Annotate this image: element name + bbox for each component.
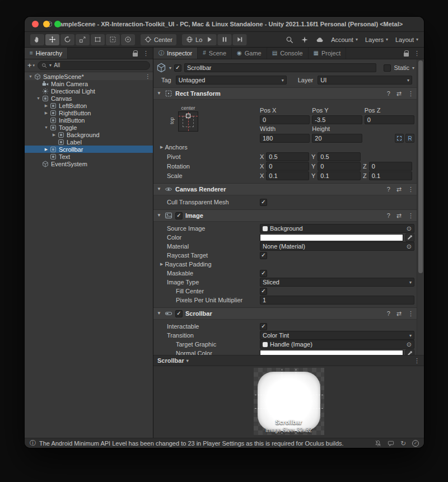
hierarchy-item-eventsystem[interactable]: EventSystem <box>25 160 153 167</box>
layout-dropdown[interactable]: Layout▾ <box>395 36 418 43</box>
layers-dropdown[interactable]: Layers▾ <box>365 36 388 43</box>
raw-edit-mode-button[interactable]: R <box>405 134 414 143</box>
tab-game[interactable]: ◉Game <box>232 48 267 59</box>
blueprint-mode-button[interactable] <box>395 134 404 143</box>
foldout-icon[interactable]: ▼ <box>156 187 162 191</box>
lock-icon[interactable] <box>133 53 138 57</box>
account-dropdown[interactable]: Account▾ <box>331 36 358 43</box>
gameobject-name-input[interactable]: Scrollbar <box>184 63 376 72</box>
expand-arrow-icon[interactable]: ▶ <box>43 147 50 151</box>
pivot-x-input[interactable]: 0.5 <box>266 152 309 161</box>
inspector-menu-icon[interactable]: ⋮ <box>414 50 420 57</box>
pivot-mode-button[interactable]: Center <box>141 34 176 45</box>
hierarchy-item-initbutton[interactable]: InitButton <box>25 116 153 124</box>
expand-arrow-icon[interactable]: ▶ <box>43 104 50 107</box>
pos-x-input[interactable]: 0 <box>260 115 310 124</box>
rect-tool-button[interactable] <box>91 34 105 45</box>
transition-dropdown[interactable]: Color Tint▾ <box>260 331 414 340</box>
hierarchy-item-directional-light[interactable]: Directional Light <box>25 87 153 95</box>
component-menu-icon[interactable]: ⋮ <box>408 90 414 97</box>
help-icon[interactable]: ? <box>387 212 390 219</box>
rotate-tool-button[interactable] <box>60 34 74 45</box>
minimize-window-button[interactable] <box>43 21 50 27</box>
expand-arrow-icon[interactable]: ▼ <box>27 74 34 78</box>
create-object-button[interactable]: +▾ <box>27 61 35 69</box>
scrollbar-header[interactable]: ▼ ✓ Scrollbar ? ⇄ ⋮ <box>153 308 417 320</box>
foldout-icon[interactable]: ▼ <box>156 311 162 316</box>
zoom-window-button[interactable] <box>54 21 61 27</box>
preview-menu-icon[interactable]: ⋮ <box>414 358 420 364</box>
component-menu-icon[interactable]: ⋮ <box>408 212 414 219</box>
scene-menu-icon[interactable]: ⋮ <box>145 73 151 79</box>
expand-arrow-icon[interactable]: ▶ <box>50 133 58 137</box>
lock-icon[interactable] <box>404 53 409 57</box>
pivot-y-input[interactable]: 0.5 <box>318 152 361 161</box>
eyedropper-button[interactable] <box>405 233 414 242</box>
tab-console[interactable]: ▤Console <box>267 48 309 59</box>
expand-arrow-icon[interactable]: ▶ <box>43 111 50 115</box>
source-image-field[interactable]: Background⊙ <box>260 224 414 233</box>
hierarchy-item-leftbutton[interactable]: ▶ LeftButton <box>25 102 153 109</box>
notifications-muted-icon[interactable] <box>375 440 381 447</box>
hierarchy-item-label[interactable]: Label <box>25 138 153 146</box>
canvas-renderer-header[interactable]: ▼ Canvas Renderer ? ⇄ ⋮ <box>153 184 417 195</box>
help-icon[interactable]: ? <box>387 186 390 193</box>
static-dropdown-icon[interactable]: ▾ <box>412 65 414 71</box>
hierarchy-search-input[interactable]: ▾ All <box>38 61 150 70</box>
scale-x-input[interactable]: 0.1 <box>266 171 309 180</box>
gameobject-cube-icon[interactable] <box>156 63 166 73</box>
help-icon[interactable]: ? <box>387 90 390 97</box>
scale-z-input[interactable]: 0.1 <box>369 171 412 180</box>
search-button[interactable] <box>286 36 293 44</box>
play-button[interactable] <box>202 34 216 45</box>
hierarchy-item-scene[interactable]: ▼ SampleScene* ⋮ <box>25 73 153 80</box>
preview-selector[interactable]: Scrollbar▾ <box>157 357 189 364</box>
cloud-services-button[interactable] <box>316 36 324 44</box>
rotation-x-input[interactable]: 0 <box>266 162 309 171</box>
scrollbar-enabled-checkbox[interactable]: ✓ <box>175 310 183 317</box>
tag-dropdown[interactable]: Untagged▾ <box>176 76 287 85</box>
console-message-icon[interactable] <box>388 440 394 447</box>
status-bar[interactable]: ⓘ The Android Minimum API Level has been… <box>25 438 424 448</box>
move-tool-button[interactable] <box>45 34 59 45</box>
tab-scene[interactable]: #Scene <box>198 48 232 59</box>
hierarchy-item-toggle[interactable]: ▼ Toggle <box>25 124 153 131</box>
status-ok-icon[interactable]: ✓ <box>412 440 419 447</box>
image-header[interactable]: ▼ ✓ Image ? ⇄ ⋮ <box>153 210 417 222</box>
scale-tool-button[interactable] <box>76 34 90 45</box>
refresh-icon[interactable]: ↻ <box>400 440 406 447</box>
step-button[interactable] <box>232 34 246 45</box>
tab-hierarchy[interactable]: ≡ Hierarchy <box>25 48 68 59</box>
interactable-checkbox[interactable]: ✓ <box>260 323 267 330</box>
progress-button[interactable] <box>301 36 309 44</box>
anchor-presets-button[interactable]: center top <box>167 105 202 132</box>
material-field[interactable]: None (Material)⊙ <box>260 242 414 251</box>
anchors-foldout[interactable]: ▶ Anchors <box>153 143 414 152</box>
image-type-dropdown[interactable]: Sliced▾ <box>260 278 414 287</box>
image-enabled-checkbox[interactable]: ✓ <box>175 212 183 219</box>
tab-project[interactable]: ▦Project <box>309 48 347 59</box>
fill-center-checkbox[interactable]: ✓ <box>260 288 267 295</box>
eyedropper-button[interactable] <box>405 349 414 355</box>
pause-button[interactable] <box>217 34 231 45</box>
pixels-per-unit-input[interactable]: 1 <box>260 296 414 305</box>
help-icon[interactable]: ? <box>387 310 390 317</box>
scrollbar-thumb[interactable] <box>418 60 423 273</box>
hierarchy-item-canvas[interactable]: ▼ Canvas <box>25 95 153 102</box>
scale-y-input[interactable]: 0.1 <box>318 171 361 180</box>
gameobject-enabled-checkbox[interactable]: ✓ <box>174 64 181 72</box>
window-titlebar[interactable]: SampleScene - XR-Interaction-Toolkit_UI … <box>25 17 424 32</box>
presets-icon[interactable]: ⇄ <box>396 310 402 317</box>
hierarchy-item-background[interactable]: ▶ Background <box>25 131 153 138</box>
cull-transparent-mesh-checkbox[interactable]: ✓ <box>260 199 267 206</box>
object-picker-icon[interactable]: ⊙ <box>407 226 412 232</box>
close-window-button[interactable] <box>32 21 39 27</box>
target-graphic-field[interactable]: Handle (Image)⊙ <box>260 340 414 349</box>
rotation-y-input[interactable]: 0 <box>318 162 361 171</box>
image-color-swatch[interactable] <box>260 234 403 241</box>
raycast-padding-foldout[interactable]: ▶Raycast Padding <box>153 260 417 269</box>
object-picker-icon[interactable]: ⊙ <box>407 341 412 348</box>
component-menu-icon[interactable]: ⋮ <box>408 186 414 193</box>
custom-tool-button[interactable] <box>121 34 135 45</box>
component-menu-icon[interactable]: ⋮ <box>408 310 414 317</box>
